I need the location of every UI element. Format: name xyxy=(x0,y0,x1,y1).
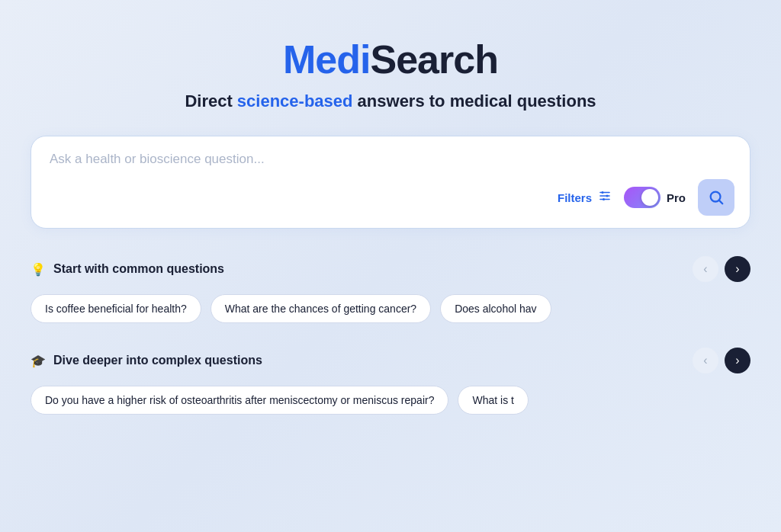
complex-questions-icon: 🎓 xyxy=(31,354,46,368)
pro-label: Pro xyxy=(667,191,686,204)
common-questions-title: 💡 Start with common questions xyxy=(31,262,224,277)
list-item[interactable]: What are the chances of getting cancer? xyxy=(211,294,431,323)
app-logo: MediSearch xyxy=(185,37,596,82)
search-box: Filters Pro xyxy=(31,136,750,229)
common-questions-prev[interactable]: ‹ xyxy=(693,256,718,282)
subtitle-prefix: Direct xyxy=(185,91,236,111)
complex-questions-next[interactable]: › xyxy=(725,348,750,373)
svg-point-3 xyxy=(601,191,603,194)
app-subtitle: Direct science-based answers to medical … xyxy=(185,91,596,111)
common-questions-label: Start with common questions xyxy=(53,262,224,276)
complex-questions-chips: Do you have a higher risk of osteoarthri… xyxy=(31,386,750,415)
common-questions-header: 💡 Start with common questions ‹ › xyxy=(31,256,750,282)
list-item[interactable]: Is coffee beneficial for health? xyxy=(31,294,201,323)
pro-toggle-wrapper: Pro xyxy=(624,187,686,208)
page-header: MediSearch Direct science-based answers … xyxy=(185,37,596,111)
subtitle-highlight: science-based xyxy=(237,91,353,111)
subtitle-suffix: answers to medical questions xyxy=(353,91,596,111)
toggle-knob xyxy=(641,189,658,206)
complex-questions-header: 🎓 Dive deeper into complex questions ‹ › xyxy=(31,348,750,373)
svg-point-5 xyxy=(603,198,605,200)
common-questions-section: 💡 Start with common questions ‹ › Is cof… xyxy=(31,256,750,323)
svg-line-7 xyxy=(719,200,722,204)
pro-toggle[interactable] xyxy=(624,187,660,208)
list-item[interactable]: Does alcohol hav xyxy=(440,294,551,323)
common-questions-next[interactable]: › xyxy=(725,256,750,282)
logo-search: Search xyxy=(370,37,497,82)
common-questions-icon: 💡 xyxy=(31,262,46,277)
svg-point-4 xyxy=(606,194,608,197)
search-button[interactable] xyxy=(698,179,734,216)
filters-label: Filters xyxy=(558,191,592,204)
search-controls: Filters Pro xyxy=(50,179,734,216)
complex-questions-title: 🎓 Dive deeper into complex questions xyxy=(31,354,262,368)
complex-questions-nav: ‹ › xyxy=(693,348,750,373)
complex-questions-label: Dive deeper into complex questions xyxy=(53,354,262,367)
complex-questions-prev[interactable]: ‹ xyxy=(693,348,718,373)
list-item[interactable]: Do you have a higher risk of osteoarthri… xyxy=(31,386,448,415)
complex-questions-section: 🎓 Dive deeper into complex questions ‹ ›… xyxy=(31,348,750,415)
filters-button[interactable]: Filters xyxy=(558,189,612,207)
logo-medi: Medi xyxy=(283,37,370,82)
common-questions-nav: ‹ › xyxy=(693,256,750,282)
common-questions-chips: Is coffee beneficial for health? What ar… xyxy=(31,294,750,323)
list-item[interactable]: What is t xyxy=(458,386,528,415)
search-input[interactable] xyxy=(50,152,734,167)
filters-icon xyxy=(598,189,612,207)
